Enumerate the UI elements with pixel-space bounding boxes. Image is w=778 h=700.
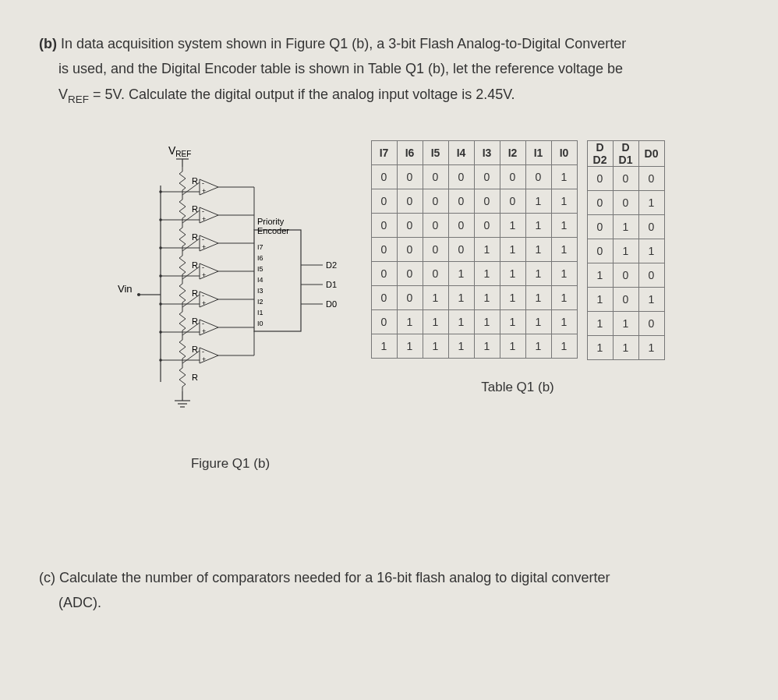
table-cell: 0 bbox=[397, 237, 423, 261]
svg-text:D0: D0 bbox=[326, 299, 337, 309]
svg-text:+: + bbox=[202, 327, 206, 335]
table-row: 101 bbox=[587, 287, 664, 311]
th-i4: I4 bbox=[448, 140, 474, 164]
comparators: - + -+ -+ bbox=[159, 179, 254, 363]
table-cell: 1 bbox=[551, 213, 577, 237]
table-cell: 1 bbox=[525, 261, 551, 285]
table-cell: 1 bbox=[474, 237, 500, 261]
svg-point-43 bbox=[159, 274, 162, 278]
svg-text:I7: I7 bbox=[257, 243, 263, 251]
part-b-line1: In data acquisition system shown in Figu… bbox=[61, 36, 626, 51]
table-row: 011 bbox=[587, 239, 664, 263]
table-cell: 1 bbox=[525, 189, 551, 213]
svg-text:I2: I2 bbox=[257, 298, 263, 306]
table-cell: 0 bbox=[448, 213, 474, 237]
table-cell: 0 bbox=[448, 189, 474, 213]
table-cell: 1 bbox=[448, 334, 474, 358]
table-cell: 0 bbox=[371, 189, 397, 213]
table-cell: 1 bbox=[423, 309, 448, 334]
th-d2: DD2 bbox=[587, 140, 613, 166]
table-cell: 0 bbox=[474, 164, 500, 189]
table-cell: 1 bbox=[551, 309, 577, 334]
svg-text:-: - bbox=[202, 179, 204, 187]
table-cell: 1 bbox=[500, 237, 525, 261]
table-cell: 1 bbox=[474, 334, 500, 358]
svg-point-50 bbox=[159, 302, 162, 306]
table-cell: 0 bbox=[423, 213, 448, 237]
table-caption: Table Q1 (b) bbox=[481, 380, 554, 395]
table-cell: 0 bbox=[371, 261, 397, 285]
table-cell: 1 bbox=[613, 311, 638, 335]
table-cell: 1 bbox=[551, 334, 577, 358]
table-cell: 1 bbox=[525, 213, 551, 237]
svg-text:-: - bbox=[202, 235, 204, 243]
part-c-label: (c) bbox=[39, 570, 55, 585]
table-cell: 1 bbox=[613, 335, 638, 359]
svg-point-29 bbox=[159, 218, 162, 221]
svg-point-22 bbox=[159, 190, 162, 193]
table-cell: 1 bbox=[525, 309, 551, 334]
svg-point-36 bbox=[159, 246, 162, 249]
table-cell: 0 bbox=[371, 213, 397, 237]
table-cell: 0 bbox=[423, 261, 448, 285]
table-row: 00000011 bbox=[371, 189, 577, 213]
table-cell: 0 bbox=[587, 190, 613, 214]
svg-text:I5: I5 bbox=[257, 265, 263, 273]
table-cell: 0 bbox=[474, 189, 500, 213]
table-cell: 0 bbox=[371, 237, 397, 261]
table-cell: 0 bbox=[397, 285, 423, 309]
vref-sub: REF bbox=[68, 93, 89, 104]
table-cell: 1 bbox=[551, 285, 577, 309]
table-cell: 0 bbox=[587, 214, 613, 239]
table-cell: 0 bbox=[448, 237, 474, 261]
table-cell: 1 bbox=[474, 261, 500, 285]
table-cell: 0 bbox=[371, 164, 397, 189]
table-row: 00001111 bbox=[371, 237, 577, 261]
table-cell: 0 bbox=[638, 263, 664, 287]
part-b-line2: is used, and the Digital Encoder table i… bbox=[58, 61, 623, 76]
svg-text:+: + bbox=[202, 299, 206, 307]
table-cell: 1 bbox=[551, 164, 577, 189]
table-cell: 0 bbox=[397, 213, 423, 237]
table-cell: 0 bbox=[500, 189, 525, 213]
th-i6: I6 bbox=[397, 140, 423, 164]
svg-text:+: + bbox=[202, 355, 206, 363]
table-cell: 0 bbox=[423, 164, 448, 189]
table-cell: 1 bbox=[397, 309, 423, 334]
table-header-row: I7 I6 I5 I4 I3 I2 I1 I0 bbox=[371, 140, 577, 164]
th-d1: DD1 bbox=[613, 140, 638, 166]
table-row: 100 bbox=[587, 263, 664, 287]
table-cell: 0 bbox=[525, 164, 551, 189]
table-row: 000 bbox=[587, 166, 664, 190]
svg-point-57 bbox=[159, 331, 162, 334]
table-cell: 0 bbox=[500, 164, 525, 189]
table-cell: 1 bbox=[587, 335, 613, 359]
table-cell: 0 bbox=[613, 166, 638, 190]
part-b-line3: = 5V. Calculate the digital output if th… bbox=[89, 87, 515, 102]
svg-text:-: - bbox=[202, 263, 204, 271]
svg-text:-: - bbox=[202, 348, 204, 355]
table-cell: 1 bbox=[613, 239, 638, 263]
table-cell: 1 bbox=[423, 334, 448, 358]
ground-icon bbox=[175, 401, 190, 407]
table-cell: 1 bbox=[551, 189, 577, 213]
table-cell: 0 bbox=[397, 189, 423, 213]
table-cell: 1 bbox=[500, 334, 525, 358]
table-cell: 0 bbox=[423, 189, 448, 213]
table-cell: 0 bbox=[448, 164, 474, 189]
svg-text:I6: I6 bbox=[257, 254, 263, 262]
svg-text:D2: D2 bbox=[326, 260, 337, 270]
table-row: 110 bbox=[587, 311, 664, 335]
figure-and-table-row: VREF R R R R R bbox=[39, 140, 739, 472]
table-cell: 1 bbox=[371, 334, 397, 358]
table-cell: 0 bbox=[371, 285, 397, 309]
table-cell: 0 bbox=[371, 309, 397, 334]
svg-text:+: + bbox=[202, 271, 206, 279]
svg-text:+: + bbox=[202, 187, 206, 195]
th-i0: I0 bbox=[551, 140, 577, 164]
table-cell: 1 bbox=[397, 334, 423, 358]
table-cell: 1 bbox=[525, 237, 551, 261]
svg-text:Priority: Priority bbox=[257, 217, 285, 226]
table-cell: 0 bbox=[397, 261, 423, 285]
table-cell: 1 bbox=[500, 309, 525, 334]
